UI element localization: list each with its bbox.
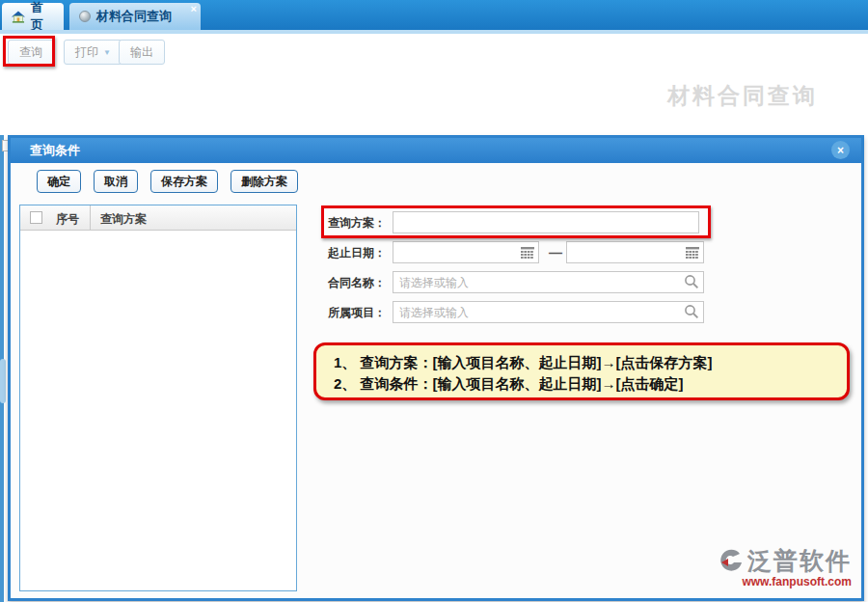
dialog-header[interactable]: 查询条件 × [11, 138, 861, 163]
home-icon [12, 11, 25, 23]
tab-close-icon[interactable]: × [191, 4, 197, 14]
brand-footer: 泛普软件 www.fanpusoft.com [719, 545, 852, 588]
brand-website: www.fanpusoft.com [719, 575, 852, 588]
date-end-input[interactable] [566, 241, 704, 263]
brand-name: 泛普软件 [747, 545, 852, 577]
query-button-label: 查询 [19, 44, 42, 61]
tab-home-label: 首页 [31, 0, 54, 34]
instruction-note: 1、 查询方案：[输入项目名称、起止日期]→[点击保存方案] 2、 查询条件：[… [313, 342, 850, 400]
toolbar: 查询 打印 ▼ 输出 [0, 34, 868, 67]
calendar-icon[interactable] [520, 245, 535, 260]
contract-name-label: 合同名称： [328, 275, 386, 291]
date-start-input[interactable] [393, 241, 539, 263]
search-icon[interactable] [684, 304, 699, 319]
cancel-button[interactable]: 取消 [94, 170, 138, 193]
calendar-icon[interactable] [685, 245, 700, 260]
page-title-watermark: 材料合同查询 [667, 81, 818, 111]
query-conditions-dialog: 查询条件 × 确定 取消 保存方案 删除方案 序号 查询方案 查询方案： 起止日… [8, 135, 864, 601]
select-all-checkbox[interactable] [30, 211, 42, 224]
print-button-label: 打印 [75, 44, 98, 61]
print-dropdown-caret-icon[interactable]: ▼ [103, 48, 111, 57]
panel-collapse-handle[interactable] [0, 359, 6, 403]
export-button-label: 输出 [130, 44, 153, 61]
fanpu-logo-icon [719, 549, 744, 574]
project-input[interactable] [393, 301, 704, 323]
note-line-2: 2、 查询条件：[输入项目名称、起止日期]→[点击确定] [334, 373, 847, 395]
export-button[interactable]: 输出 [119, 40, 165, 65]
dialog-title: 查询条件 [30, 142, 80, 159]
print-button[interactable]: 打印 ▼ [64, 40, 122, 65]
search-icon[interactable] [684, 274, 699, 289]
tab-material-contract-query[interactable]: 材料合同查询 × [69, 3, 201, 30]
tab-home[interactable]: 首页 [2, 3, 64, 30]
date-range-label: 起止日期： [328, 245, 386, 261]
contract-name-input[interactable] [393, 271, 704, 293]
saved-plans-panel: 序号 查询方案 [19, 205, 297, 591]
query-button[interactable]: 查询 [8, 40, 54, 65]
ok-button[interactable]: 确定 [37, 170, 81, 193]
column-index: 序号 [56, 211, 79, 228]
save-plan-button[interactable]: 保存方案 [150, 170, 218, 193]
note-line-1: 1、 查询方案：[输入项目名称、起止日期]→[点击保存方案] [334, 352, 847, 373]
delete-plan-button[interactable]: 删除方案 [231, 170, 298, 193]
date-separator: — [549, 245, 562, 260]
dialog-close-icon[interactable]: × [831, 141, 850, 159]
app-window: 首页 材料合同查询 × 查询 打印 ▼ 输出 材料合同查询 查询条件 × [0, 0, 868, 602]
saved-plans-header: 序号 查询方案 [20, 205, 296, 231]
tab-bar: 首页 材料合同查询 × [0, 0, 868, 30]
plan-name-input[interactable] [393, 211, 699, 233]
plan-name-label: 查询方案： [328, 215, 386, 232]
column-divider [90, 205, 91, 231]
dialog-action-bar: 确定 取消 保存方案 删除方案 [37, 170, 298, 197]
column-plan: 查询方案 [100, 211, 147, 228]
tab-active-label: 材料合同查询 [96, 8, 172, 25]
sphere-icon [79, 11, 91, 22]
project-label: 所属项目： [328, 305, 386, 321]
